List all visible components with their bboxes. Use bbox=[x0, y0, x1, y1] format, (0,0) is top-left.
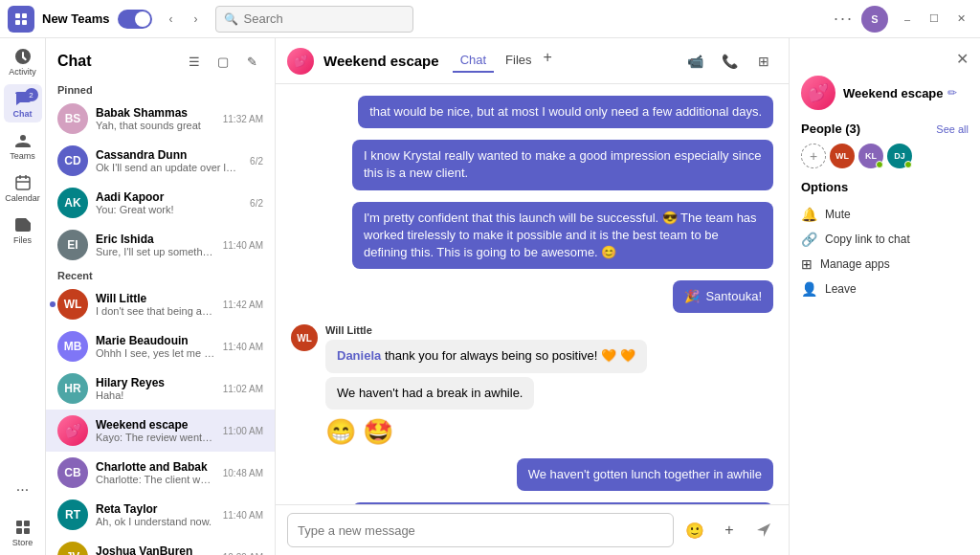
msg-bubble-1: that would be nice, but at most I would … bbox=[358, 96, 773, 128]
message-input[interactable] bbox=[287, 513, 674, 547]
chat-preview-charlotte: Charlotte: The client was pretty happy w… bbox=[96, 474, 215, 485]
tab-files[interactable]: Files bbox=[498, 49, 539, 73]
chat-name-charlotte: Charlotte and Babak bbox=[96, 460, 215, 474]
chat-preview-reta: Ah, ok I understand now. bbox=[96, 516, 215, 527]
sidebar-item-activity[interactable]: Activity bbox=[4, 42, 42, 80]
app-icon bbox=[8, 6, 34, 33]
video-call-button[interactable]: 📹 bbox=[681, 48, 708, 75]
chat-item-will[interactable]: WL Will Little I don't see that being an… bbox=[46, 283, 275, 325]
chat-preview-hilary: Haha! bbox=[96, 389, 215, 401]
msg-mention-text-5: thank you for always being so positive! … bbox=[385, 348, 635, 363]
sidebar-item-more[interactable]: ··· bbox=[4, 471, 42, 509]
chat-item-marie[interactable]: MB Marie Beaudouin Ohhh I see, yes let m… bbox=[46, 325, 275, 367]
sidebar-item-teams[interactable]: Teams bbox=[4, 126, 42, 165]
sidebar-item-activity-label: Activity bbox=[9, 67, 36, 77]
msg-bubble-5: Daniela thank you for always being so po… bbox=[325, 340, 647, 372]
audio-call-button[interactable]: 📞 bbox=[716, 48, 743, 75]
forward-arrow[interactable]: › bbox=[185, 8, 208, 31]
messages-area: that would be nice, but at most I would … bbox=[276, 84, 789, 504]
avatar-aadi: AK bbox=[57, 188, 88, 218]
option-copy-link[interactable]: 🔗 Copy link to chat bbox=[801, 227, 969, 252]
sidebar-item-files-label: Files bbox=[13, 235, 32, 245]
chat-list-icons: ☰ ▢ ✎ bbox=[183, 50, 263, 73]
chat-badge: 2 bbox=[25, 88, 38, 101]
msg-row-5: WL Will Little Daniela thank you for alw… bbox=[291, 324, 773, 446]
avatar-cassandra: CD bbox=[57, 145, 88, 176]
msg-text-4: Santouka! bbox=[705, 288, 762, 305]
sidebar-item-files[interactable]: Files bbox=[4, 211, 42, 249]
sidebar-item-calendar[interactable]: Calendar bbox=[4, 168, 42, 207]
chat-time-joshua: 10:29 AM bbox=[223, 552, 263, 556]
nav-arrows: ‹ › bbox=[160, 8, 208, 31]
option-leave[interactable]: 👤 Leave bbox=[801, 277, 969, 301]
tab-chat[interactable]: Chat bbox=[453, 49, 494, 73]
add-people-button[interactable]: + bbox=[801, 144, 826, 168]
see-all-button[interactable]: See all bbox=[936, 123, 969, 135]
toggle-knob bbox=[135, 11, 150, 27]
window-controls: – ☐ ✕ bbox=[896, 8, 972, 31]
avatar-will-msg: WL bbox=[291, 324, 318, 351]
chat-info-hilary: Hilary Reyes Haha! bbox=[96, 376, 215, 401]
chat-item-weekend[interactable]: 💕 Weekend escape Kayo: The review went r… bbox=[46, 410, 275, 452]
details-panel-button[interactable]: ⊞ bbox=[750, 48, 777, 75]
chat-item-charlotte[interactable]: CB Charlotte and Babak Charlotte: The cl… bbox=[46, 452, 275, 494]
chat-time-charlotte: 10:48 AM bbox=[223, 468, 263, 478]
right-panel: ✕ 💕 Weekend escape ✏ People (3) See all … bbox=[789, 38, 980, 555]
option-mute[interactable]: 🔔 Mute bbox=[801, 202, 969, 227]
sidebar-item-store[interactable]: Store bbox=[4, 513, 42, 551]
close-button[interactable]: ✕ bbox=[949, 8, 972, 31]
new-chat-button[interactable]: ✎ bbox=[240, 50, 263, 73]
group-avatar: 💕 bbox=[801, 76, 835, 110]
send-button[interactable] bbox=[750, 517, 777, 544]
sidebar-item-calendar-label: Calendar bbox=[5, 193, 40, 203]
msg-bubble-2: I know Krystal really wanted to make a g… bbox=[352, 140, 773, 189]
chat-name-hilary: Hilary Reyes bbox=[96, 376, 215, 389]
back-arrow[interactable]: ‹ bbox=[160, 8, 183, 31]
chat-item-reta[interactable]: RT Reta Taylor Ah, ok I understand now. … bbox=[46, 494, 275, 536]
search-box[interactable]: 🔍 bbox=[215, 6, 413, 33]
more-options-button[interactable]: ··· bbox=[834, 9, 854, 29]
user-avatar[interactable]: S bbox=[861, 6, 888, 33]
chat-item-joshua[interactable]: JV Joshua VanBuren Thanks for reviewing!… bbox=[46, 536, 275, 555]
group-name-row: Weekend escape ✏ bbox=[843, 86, 957, 100]
message-input-area: 🙂 + bbox=[276, 504, 789, 555]
sidebar-item-store-label: Store bbox=[12, 538, 33, 547]
chat-name-eric: Eric Ishida bbox=[96, 233, 215, 246]
attach-button[interactable]: + bbox=[716, 517, 743, 544]
minimize-button[interactable]: – bbox=[896, 8, 919, 31]
option-manage-apps[interactable]: ⊞ Manage apps bbox=[801, 252, 969, 277]
maximize-button[interactable]: ☐ bbox=[923, 8, 946, 31]
copy-link-icon: 🔗 bbox=[801, 232, 817, 247]
chat-info-joshua: Joshua VanBuren Thanks for reviewing! bbox=[96, 544, 215, 555]
chat-time-hilary: 11:02 AM bbox=[223, 384, 263, 394]
options-section: Options 🔔 Mute 🔗 Copy link to chat ⊞ Man… bbox=[801, 180, 969, 301]
chat-item-aadi[interactable]: AK Aadi Kapoor You: Great work! 6/2 bbox=[46, 182, 275, 224]
chat-item-babak[interactable]: BS Babak Shammas Yah, that sounds great … bbox=[46, 98, 275, 140]
msg-row-2: I know Krystal really wanted to make a g… bbox=[291, 140, 773, 189]
search-input[interactable] bbox=[244, 11, 405, 26]
option-manage-apps-label: Manage apps bbox=[820, 257, 890, 271]
sidebar-item-chat-label: Chat bbox=[13, 109, 33, 119]
right-panel-close-button[interactable]: ✕ bbox=[956, 50, 969, 68]
msg-sender-5: Will Little bbox=[325, 324, 647, 336]
add-tab-button[interactable]: + bbox=[544, 49, 552, 73]
avatar-marie: MB bbox=[57, 331, 88, 362]
filter-button[interactable]: ☰ bbox=[183, 50, 206, 73]
new-chat-window-button[interactable]: ▢ bbox=[212, 50, 234, 73]
chat-item-cassandra[interactable]: CD Cassandra Dunn Ok I'll send an update… bbox=[46, 140, 275, 182]
emoji-button[interactable]: 🙂 bbox=[681, 517, 708, 544]
group-name: Weekend escape bbox=[843, 86, 944, 100]
new-teams-toggle[interactable] bbox=[118, 10, 152, 29]
chat-name-babak: Babak Shammas bbox=[96, 106, 215, 120]
group-edit-button[interactable]: ✏ bbox=[947, 86, 957, 100]
chat-preview-marie: Ohhh I see, yes let me fix that! bbox=[96, 347, 215, 359]
chat-item-eric[interactable]: EI Eric Ishida Sure, I'll set up somethi… bbox=[46, 224, 275, 266]
msg-row-1: that would be nice, but at most I would … bbox=[291, 96, 773, 128]
options-title: Options bbox=[801, 180, 969, 194]
people-avatar-wl: WL bbox=[830, 144, 855, 168]
chat-info-eric: Eric Ishida Sure, I'll set up something … bbox=[96, 233, 215, 257]
avatar-charlotte: CB bbox=[57, 457, 88, 488]
chat-item-hilary[interactable]: HR Hilary Reyes Haha! 11:02 AM bbox=[46, 367, 275, 410]
sidebar-item-chat[interactable]: Chat 2 bbox=[4, 84, 42, 122]
chat-list-header: Chat ☰ ▢ ✎ bbox=[46, 38, 275, 80]
